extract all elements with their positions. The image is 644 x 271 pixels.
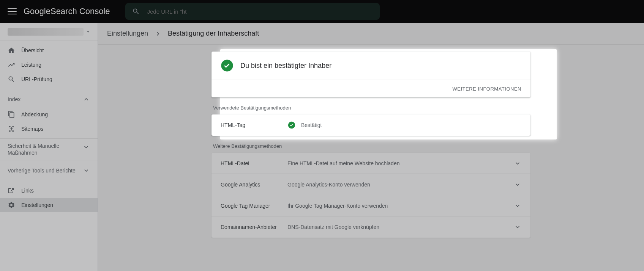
sidebar-item-label: Sitemaps (21, 126, 43, 132)
sidebar-item-label: Links (21, 188, 34, 194)
sidebar-item-overview[interactable]: Übersicht (0, 43, 98, 58)
sidebar-item-label: Einstellungen (21, 202, 53, 208)
sidebar-head-label: Vorherige Tools und Berichte (8, 168, 76, 174)
method-desc: DNS-Datensatz mit Google verknüpfen (287, 224, 514, 230)
check-circle-icon (221, 59, 234, 72)
sidebar-head-label: Index (8, 96, 21, 102)
sidebar-item-label: URL-Prüfung (21, 76, 52, 82)
sidebar-item-links[interactable]: Links (0, 183, 98, 198)
sidebar-item-url-inspection[interactable]: URL-Prüfung (0, 72, 98, 86)
chevron-down-icon (514, 160, 521, 167)
gear-icon (8, 201, 15, 209)
app-logo: Google Search Console (24, 6, 110, 16)
sidebar-item-label: Übersicht (21, 47, 44, 53)
sidebar-head-legacy-tools[interactable]: Vorherige Tools und Berichte (0, 163, 98, 179)
check-circle-icon (287, 121, 296, 129)
trending-icon (8, 61, 15, 69)
other-methods-heading: Weitere Bestätigungsmethoden (213, 143, 529, 149)
used-methods-heading: Verwendete Bestätigungsmethoden (213, 105, 529, 111)
breadcrumb-current: Bestätigung der Inhaberschaft (168, 30, 259, 38)
other-methods-list: HTML-Datei Eine HTML-Datei auf meine Web… (212, 153, 530, 238)
method-name: Google Analytics (221, 182, 287, 188)
chevron-right-icon (154, 30, 162, 38)
method-desc: Eine HTML-Datei auf meine Website hochla… (287, 160, 514, 166)
method-name: Google Tag Manager (221, 203, 287, 209)
property-name-placeholder (8, 28, 84, 36)
method-name: Domainnamen-Anbieter (221, 224, 287, 230)
method-desc: Ihr Google Tag Manager-Konto verwenden (287, 203, 514, 209)
breadcrumb: Einstellungen Bestätigung der Inhabersch… (98, 23, 644, 45)
search-icon (8, 75, 15, 83)
chevron-down-icon (82, 167, 90, 174)
verification-status-card: Du bist ein bestätigter Inhaber WEITERE … (212, 52, 530, 97)
sidebar-head-security[interactable]: Sicherheit & Manuelle Maßnahmen (0, 141, 98, 158)
logo-text-2: Search Console (51, 6, 110, 16)
coverage-icon (8, 111, 15, 118)
sidebar-head-label: Sicherheit & Manuelle Maßnahmen (8, 143, 76, 156)
links-icon (8, 187, 15, 194)
caret-down-icon (85, 29, 91, 34)
logo-text-1: Google (24, 6, 51, 16)
breadcrumb-settings[interactable]: Einstellungen (107, 30, 148, 38)
search-icon (132, 8, 140, 15)
method-row-html-file[interactable]: HTML-Datei Eine HTML-Datei auf meine Web… (212, 153, 530, 174)
chevron-down-icon (514, 202, 521, 210)
sidebar-item-label: Abdeckung (21, 111, 48, 117)
sitemaps-icon (8, 125, 15, 133)
used-methods-card: HTML-Tag Bestätigt (212, 114, 530, 136)
method-row-html-tag[interactable]: HTML-Tag Bestätigt (212, 114, 530, 136)
chevron-down-icon (514, 223, 521, 231)
sidebar-item-coverage[interactable]: Abdeckung (0, 107, 98, 122)
verification-status-title: Du bist ein bestätigter Inhaber (240, 62, 331, 70)
chevron-down-icon (514, 181, 521, 188)
url-inspect-input[interactable] (147, 8, 373, 15)
sidebar-item-settings[interactable]: Einstellungen (0, 198, 98, 212)
method-row-google-tag-manager[interactable]: Google Tag Manager Ihr Google Tag Manage… (212, 195, 530, 216)
home-icon (8, 47, 15, 54)
more-info-link[interactable]: WEITERE INFORMATIONEN (453, 86, 521, 92)
menu-button[interactable] (8, 7, 17, 16)
method-name: HTML-Tag (221, 122, 287, 128)
method-desc: Google Analytics-Konto verwenden (287, 182, 514, 188)
method-row-google-analytics[interactable]: Google Analytics Google Analytics-Konto … (212, 174, 530, 195)
sidebar-item-performance[interactable]: Leistung (0, 58, 98, 72)
url-inspect-search[interactable] (125, 3, 380, 20)
chevron-up-icon (82, 96, 90, 103)
method-row-domain-provider[interactable]: Domainnamen-Anbieter DNS-Datensatz mit G… (212, 216, 530, 238)
method-status: Bestätigt (301, 122, 322, 128)
sidebar-item-sitemaps[interactable]: Sitemaps (0, 122, 98, 136)
sidebar-head-index[interactable]: Index (0, 91, 98, 107)
chevron-down-icon (82, 143, 90, 151)
property-selector[interactable] (0, 23, 98, 41)
method-name: HTML-Datei (221, 160, 287, 166)
sidebar-item-label: Leistung (21, 62, 41, 68)
